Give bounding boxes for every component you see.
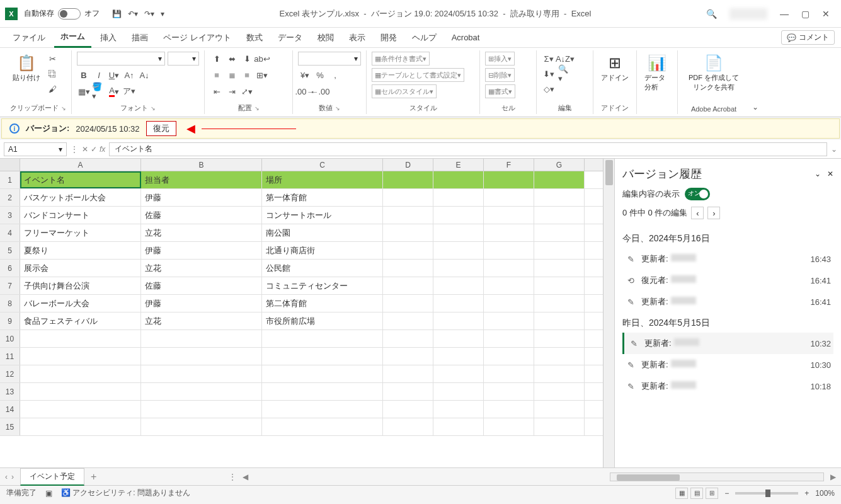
font-color-icon[interactable]: A▾ [107,84,121,98]
save-icon[interactable]: 💾 [112,9,122,18]
row-header[interactable]: 12 [0,365,20,382]
increase-font-icon[interactable]: A↑ [122,68,136,82]
cell-C10[interactable] [262,330,383,347]
cell-G13[interactable] [534,383,585,400]
conditional-format-button[interactable]: ▦ 条件付き書式 ▾ [372,52,430,66]
border-icon[interactable]: ▦▾ [77,84,91,98]
ribbon-collapse-icon[interactable]: ⌄ [750,100,761,114]
autosum-icon[interactable]: Σ▾ [542,52,556,66]
comment-button[interactable]: 💬 コメント [781,30,835,45]
align-center-icon[interactable]: ≣ [225,68,239,82]
horizontal-scrollbar[interactable] [610,472,824,481]
cell-E5[interactable] [433,242,484,259]
cell-B10[interactable] [141,330,262,347]
fill-color-icon[interactable]: 🪣▾ [92,84,106,98]
font-launcher-icon[interactable]: ↘ [151,105,156,112]
font-size-combo[interactable]: ▾ [168,52,199,66]
cell-B14[interactable] [141,401,262,418]
cell-C12[interactable] [262,365,383,382]
macro-record-icon[interactable]: ▣ [45,489,52,498]
cell-F1[interactable] [484,171,534,188]
restore-button[interactable]: 復元 [146,121,176,136]
spreadsheet-grid[interactable]: A B C D E F G 1イベント名担当者場所2バスケットボール大会伊藤第一… [0,159,603,467]
cell-D13[interactable] [383,383,433,400]
tab-formulas[interactable]: 数式 [240,28,269,47]
cell-D1[interactable] [383,171,433,188]
cell-E12[interactable] [433,365,484,382]
row-header[interactable]: 5 [0,242,20,259]
bold-button[interactable]: B [77,68,91,82]
tab-home[interactable]: ホーム [54,27,91,48]
prev-edit-button[interactable]: ‹ [691,207,704,219]
cell-G15[interactable] [534,418,585,435]
align-middle-icon[interactable]: ⬌ [225,52,239,66]
cell-C2[interactable]: 第一体育館 [262,189,383,206]
row-header[interactable]: 14 [0,401,20,418]
col-header-G[interactable]: G [534,159,585,171]
pdf-share-button[interactable]: 📄 PDF を作成してリンクを共有 [683,52,745,94]
row-header[interactable]: 2 [0,189,20,206]
cell-F5[interactable] [484,242,534,259]
cell-C3[interactable]: コンサートホール [262,207,383,224]
cell-F6[interactable] [484,260,534,277]
hscroll-right-icon[interactable]: ▶ [830,472,836,481]
version-item[interactable]: ⟲復元者:16:41 [622,270,833,291]
cell-F7[interactable] [484,277,534,294]
pane-close-icon[interactable]: ✕ [827,169,833,178]
cell-B1[interactable]: 担当者 [141,171,262,188]
cell-A6[interactable]: 展示会 [20,260,141,277]
format-as-table-button[interactable]: ▦ テーブルとして書式設定 ▾ [372,68,464,82]
cell-A14[interactable] [20,401,141,418]
cell-C4[interactable]: 南公園 [262,224,383,241]
tab-layout[interactable]: ページ レイアウト [157,28,237,47]
align-launcher-icon[interactable]: ↘ [255,105,260,112]
cell-G5[interactable] [534,242,585,259]
italic-button[interactable]: I [92,68,106,82]
fill-icon[interactable]: ⬇▾ [542,67,556,81]
increase-indent-icon[interactable]: ⇥ [225,84,239,98]
zoom-out-button[interactable]: − [724,489,729,498]
vertical-scrollbar[interactable] [603,159,614,467]
row-header[interactable]: 8 [0,295,20,312]
cell-C14[interactable] [262,401,383,418]
sheet-tab-active[interactable]: イベント予定 [20,468,84,486]
cell-F9[interactable] [484,312,534,329]
cell-A10[interactable] [20,330,141,347]
currency-icon[interactable]: ¥▾ [298,68,312,82]
accessibility-status[interactable]: ♿ アクセシビリティ: 問題ありません [61,488,190,498]
cell-E9[interactable] [433,312,484,329]
align-left-icon[interactable]: ≡ [210,68,224,82]
cell-D6[interactable] [383,260,433,277]
cell-C5[interactable]: 北通り商店街 [262,242,383,259]
cell-F3[interactable] [484,207,534,224]
cell-G7[interactable] [534,277,585,294]
tab-developer[interactable]: 開発 [374,28,403,47]
tab-draw[interactable]: 描画 [125,28,154,47]
tab-file[interactable]: ファイル [6,28,52,47]
insert-cells-button[interactable]: ⊞ 挿入 ▾ [485,52,515,66]
autosave-toggle[interactable]: 自動保存 オフ [24,8,100,20]
row-header[interactable]: 9 [0,312,20,329]
close-icon[interactable]: ✕ [822,9,830,19]
cell-B3[interactable]: 佐藤 [141,207,262,224]
cell-A5[interactable]: 夏祭り [20,242,141,259]
cell-E8[interactable] [433,295,484,312]
tab-acrobat[interactable]: Acrobat [445,29,486,46]
row-header[interactable]: 6 [0,260,20,277]
cell-B4[interactable]: 立花 [141,224,262,241]
version-item[interactable]: ✎更新者:16:41 [622,291,833,312]
cell-B12[interactable] [141,365,262,382]
cell-F15[interactable] [484,418,534,435]
cell-D12[interactable] [383,365,433,382]
row-header[interactable]: 3 [0,207,20,224]
align-right-icon[interactable]: ≡ [240,68,254,82]
formula-expand-icon[interactable]: ⌄ [831,145,837,154]
cell-G2[interactable] [534,189,585,206]
row-header[interactable]: 11 [0,348,20,365]
cell-E14[interactable] [433,401,484,418]
add-sheet-button[interactable]: + [91,471,96,483]
cell-styles-button[interactable]: ▦ セルのスタイル ▾ [372,84,437,98]
cell-G10[interactable] [534,330,585,347]
col-header-B[interactable]: B [141,159,262,171]
cell-D10[interactable] [383,330,433,347]
